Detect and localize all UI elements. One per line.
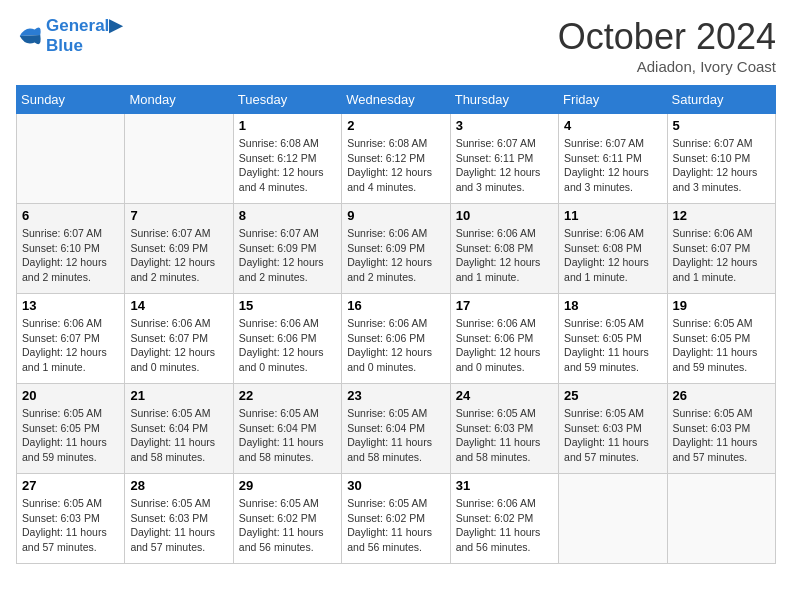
day-number: 18 [564, 298, 661, 313]
day-detail: Sunrise: 6:05 AMSunset: 6:05 PMDaylight:… [673, 316, 770, 375]
day-number: 10 [456, 208, 553, 223]
day-number: 5 [673, 118, 770, 133]
day-detail: Sunrise: 6:07 AMSunset: 6:11 PMDaylight:… [564, 136, 661, 195]
calendar-cell: 11Sunrise: 6:06 AMSunset: 6:08 PMDayligh… [559, 204, 667, 294]
calendar-cell: 1Sunrise: 6:08 AMSunset: 6:12 PMDaylight… [233, 114, 341, 204]
day-detail: Sunrise: 6:06 AMSunset: 6:07 PMDaylight:… [673, 226, 770, 285]
day-number: 24 [456, 388, 553, 403]
calendar-cell: 31Sunrise: 6:06 AMSunset: 6:02 PMDayligh… [450, 474, 558, 564]
calendar-cell: 26Sunrise: 6:05 AMSunset: 6:03 PMDayligh… [667, 384, 775, 474]
weekday-header-row: SundayMondayTuesdayWednesdayThursdayFrid… [17, 86, 776, 114]
calendar-cell [17, 114, 125, 204]
calendar-cell: 29Sunrise: 6:05 AMSunset: 6:02 PMDayligh… [233, 474, 341, 564]
day-detail: Sunrise: 6:05 AMSunset: 6:05 PMDaylight:… [22, 406, 119, 465]
day-detail: Sunrise: 6:07 AMSunset: 6:11 PMDaylight:… [456, 136, 553, 195]
day-detail: Sunrise: 6:07 AMSunset: 6:10 PMDaylight:… [673, 136, 770, 195]
calendar-cell: 30Sunrise: 6:05 AMSunset: 6:02 PMDayligh… [342, 474, 450, 564]
day-number: 4 [564, 118, 661, 133]
calendar-cell: 19Sunrise: 6:05 AMSunset: 6:05 PMDayligh… [667, 294, 775, 384]
logo: General▶ Blue [16, 16, 122, 55]
day-detail: Sunrise: 6:08 AMSunset: 6:12 PMDaylight:… [347, 136, 444, 195]
calendar-week-row: 27Sunrise: 6:05 AMSunset: 6:03 PMDayligh… [17, 474, 776, 564]
day-detail: Sunrise: 6:05 AMSunset: 6:04 PMDaylight:… [239, 406, 336, 465]
day-detail: Sunrise: 6:06 AMSunset: 6:06 PMDaylight:… [456, 316, 553, 375]
day-detail: Sunrise: 6:05 AMSunset: 6:02 PMDaylight:… [239, 496, 336, 555]
calendar-cell: 21Sunrise: 6:05 AMSunset: 6:04 PMDayligh… [125, 384, 233, 474]
title-block: October 2024 Adiadon, Ivory Coast [558, 16, 776, 75]
calendar-cell: 3Sunrise: 6:07 AMSunset: 6:11 PMDaylight… [450, 114, 558, 204]
calendar-cell: 24Sunrise: 6:05 AMSunset: 6:03 PMDayligh… [450, 384, 558, 474]
calendar-week-row: 13Sunrise: 6:06 AMSunset: 6:07 PMDayligh… [17, 294, 776, 384]
day-detail: Sunrise: 6:07 AMSunset: 6:09 PMDaylight:… [130, 226, 227, 285]
calendar-cell: 8Sunrise: 6:07 AMSunset: 6:09 PMDaylight… [233, 204, 341, 294]
calendar-cell: 13Sunrise: 6:06 AMSunset: 6:07 PMDayligh… [17, 294, 125, 384]
calendar-cell: 6Sunrise: 6:07 AMSunset: 6:10 PMDaylight… [17, 204, 125, 294]
day-detail: Sunrise: 6:06 AMSunset: 6:09 PMDaylight:… [347, 226, 444, 285]
calendar-cell: 7Sunrise: 6:07 AMSunset: 6:09 PMDaylight… [125, 204, 233, 294]
day-number: 2 [347, 118, 444, 133]
page-header: General▶ Blue October 2024 Adiadon, Ivor… [16, 16, 776, 75]
calendar-cell: 2Sunrise: 6:08 AMSunset: 6:12 PMDaylight… [342, 114, 450, 204]
logo-text: General▶ Blue [46, 16, 122, 55]
calendar-cell: 18Sunrise: 6:05 AMSunset: 6:05 PMDayligh… [559, 294, 667, 384]
location-subtitle: Adiadon, Ivory Coast [558, 58, 776, 75]
day-detail: Sunrise: 6:05 AMSunset: 6:04 PMDaylight:… [347, 406, 444, 465]
day-number: 1 [239, 118, 336, 133]
day-detail: Sunrise: 6:05 AMSunset: 6:03 PMDaylight:… [130, 496, 227, 555]
day-number: 14 [130, 298, 227, 313]
day-number: 27 [22, 478, 119, 493]
day-number: 28 [130, 478, 227, 493]
day-number: 9 [347, 208, 444, 223]
day-detail: Sunrise: 6:08 AMSunset: 6:12 PMDaylight:… [239, 136, 336, 195]
calendar-week-row: 6Sunrise: 6:07 AMSunset: 6:10 PMDaylight… [17, 204, 776, 294]
day-detail: Sunrise: 6:06 AMSunset: 6:02 PMDaylight:… [456, 496, 553, 555]
calendar-cell: 12Sunrise: 6:06 AMSunset: 6:07 PMDayligh… [667, 204, 775, 294]
day-number: 21 [130, 388, 227, 403]
day-detail: Sunrise: 6:05 AMSunset: 6:03 PMDaylight:… [564, 406, 661, 465]
day-detail: Sunrise: 6:07 AMSunset: 6:09 PMDaylight:… [239, 226, 336, 285]
calendar-week-row: 20Sunrise: 6:05 AMSunset: 6:05 PMDayligh… [17, 384, 776, 474]
day-number: 29 [239, 478, 336, 493]
calendar-cell: 28Sunrise: 6:05 AMSunset: 6:03 PMDayligh… [125, 474, 233, 564]
weekday-header: Monday [125, 86, 233, 114]
calendar-cell: 14Sunrise: 6:06 AMSunset: 6:07 PMDayligh… [125, 294, 233, 384]
calendar-cell [667, 474, 775, 564]
day-number: 19 [673, 298, 770, 313]
weekday-header: Friday [559, 86, 667, 114]
day-number: 8 [239, 208, 336, 223]
calendar-cell: 17Sunrise: 6:06 AMSunset: 6:06 PMDayligh… [450, 294, 558, 384]
day-number: 26 [673, 388, 770, 403]
day-number: 13 [22, 298, 119, 313]
day-number: 11 [564, 208, 661, 223]
day-detail: Sunrise: 6:06 AMSunset: 6:06 PMDaylight:… [347, 316, 444, 375]
day-detail: Sunrise: 6:06 AMSunset: 6:07 PMDaylight:… [22, 316, 119, 375]
day-number: 22 [239, 388, 336, 403]
day-number: 6 [22, 208, 119, 223]
calendar-cell: 23Sunrise: 6:05 AMSunset: 6:04 PMDayligh… [342, 384, 450, 474]
day-detail: Sunrise: 6:05 AMSunset: 6:02 PMDaylight:… [347, 496, 444, 555]
calendar-cell: 4Sunrise: 6:07 AMSunset: 6:11 PMDaylight… [559, 114, 667, 204]
day-number: 15 [239, 298, 336, 313]
calendar-cell: 25Sunrise: 6:05 AMSunset: 6:03 PMDayligh… [559, 384, 667, 474]
day-detail: Sunrise: 6:05 AMSunset: 6:04 PMDaylight:… [130, 406, 227, 465]
calendar-week-row: 1Sunrise: 6:08 AMSunset: 6:12 PMDaylight… [17, 114, 776, 204]
day-number: 23 [347, 388, 444, 403]
day-detail: Sunrise: 6:07 AMSunset: 6:10 PMDaylight:… [22, 226, 119, 285]
day-number: 31 [456, 478, 553, 493]
day-detail: Sunrise: 6:05 AMSunset: 6:05 PMDaylight:… [564, 316, 661, 375]
weekday-header: Tuesday [233, 86, 341, 114]
calendar-cell [559, 474, 667, 564]
calendar-cell: 22Sunrise: 6:05 AMSunset: 6:04 PMDayligh… [233, 384, 341, 474]
day-detail: Sunrise: 6:05 AMSunset: 6:03 PMDaylight:… [673, 406, 770, 465]
day-number: 17 [456, 298, 553, 313]
weekday-header: Thursday [450, 86, 558, 114]
day-number: 3 [456, 118, 553, 133]
calendar-cell: 5Sunrise: 6:07 AMSunset: 6:10 PMDaylight… [667, 114, 775, 204]
day-detail: Sunrise: 6:05 AMSunset: 6:03 PMDaylight:… [456, 406, 553, 465]
day-number: 30 [347, 478, 444, 493]
calendar-cell: 9Sunrise: 6:06 AMSunset: 6:09 PMDaylight… [342, 204, 450, 294]
weekday-header: Saturday [667, 86, 775, 114]
month-title: October 2024 [558, 16, 776, 58]
day-number: 7 [130, 208, 227, 223]
day-number: 25 [564, 388, 661, 403]
